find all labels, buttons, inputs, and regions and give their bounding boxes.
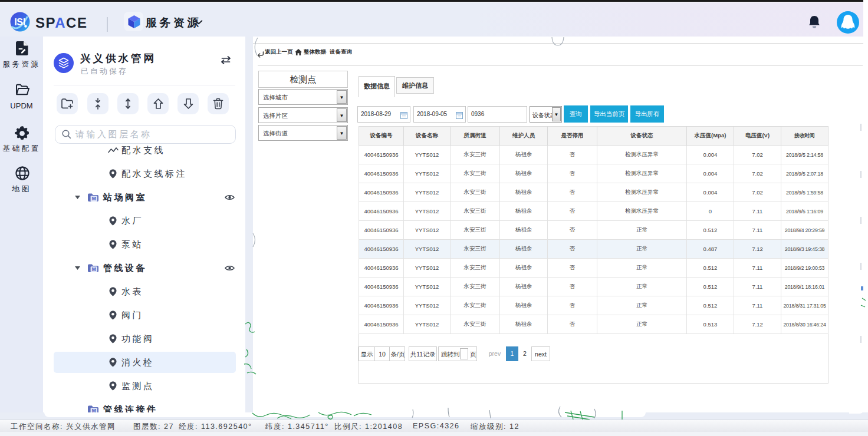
svg-text:S: S — [17, 17, 23, 27]
